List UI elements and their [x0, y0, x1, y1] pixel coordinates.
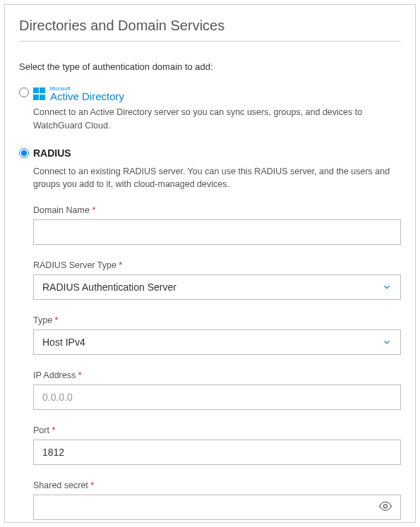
port-label: Port * [33, 425, 401, 435]
page-title: Directories and Domain Services [19, 18, 401, 42]
server-type-value: RADIUS Authentication Server [42, 281, 176, 293]
radius-description: Connect to an existing RADIUS server. Yo… [33, 165, 401, 192]
ad-name-label: Active Directory [50, 91, 124, 102]
radius-name-label: RADIUS [33, 147, 71, 159]
shared-secret-label: Shared secret * [33, 480, 401, 490]
intro-text: Select the type of authentication domain… [19, 61, 401, 72]
windows-logo-icon [33, 87, 46, 100]
chevron-down-icon [382, 282, 392, 292]
radio-radius[interactable] [19, 148, 29, 158]
server-type-label: RADIUS Server Type * [33, 260, 401, 270]
ip-address-label: IP Address * [33, 370, 401, 380]
option-active-directory[interactable]: Microsoft Active Directory [19, 86, 401, 102]
port-input[interactable] [33, 440, 401, 465]
addr-type-value: Host IPv4 [42, 337, 85, 348]
ip-address-input[interactable] [33, 384, 401, 410]
chevron-down-icon [382, 337, 392, 347]
addr-type-select[interactable]: Host IPv4 [33, 329, 401, 355]
directories-panel: Directories and Domain Services Select t… [4, 4, 416, 523]
addr-type-label: Type * [33, 315, 401, 325]
radius-form: Domain Name * RADIUS Server Type * RADIU… [33, 205, 401, 520]
toggle-visibility-button[interactable] [377, 498, 394, 517]
radio-active-directory[interactable] [19, 87, 29, 97]
shared-secret-input[interactable] [33, 495, 401, 520]
eye-icon [378, 499, 392, 516]
domain-name-input[interactable] [33, 219, 401, 245]
server-type-select[interactable]: RADIUS Authentication Server [33, 274, 401, 300]
domain-name-label: Domain Name * [33, 205, 401, 215]
ad-description: Connect to an Active Directory server so… [33, 106, 401, 133]
option-radius[interactable]: RADIUS [19, 147, 401, 161]
svg-point-0 [384, 504, 388, 508]
